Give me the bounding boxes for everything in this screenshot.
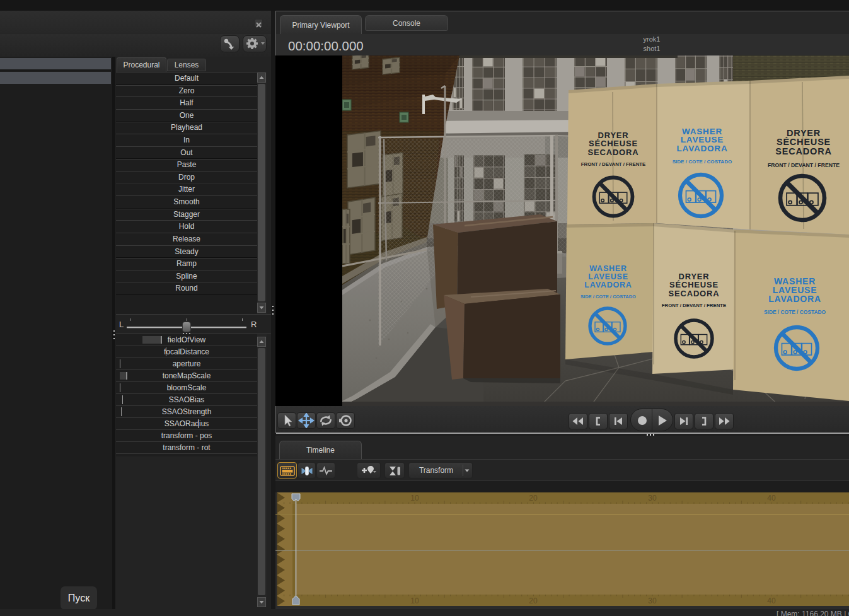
svg-text:30: 30 [648, 494, 657, 503]
svg-text:10: 10 [410, 494, 419, 503]
svg-text:20: 20 [529, 596, 538, 605]
svg-text:30: 30 [648, 596, 657, 605]
svg-text:20: 20 [529, 494, 538, 503]
svg-text:40: 40 [767, 596, 776, 605]
svg-text:10: 10 [410, 596, 419, 605]
svg-text:40: 40 [767, 494, 776, 503]
